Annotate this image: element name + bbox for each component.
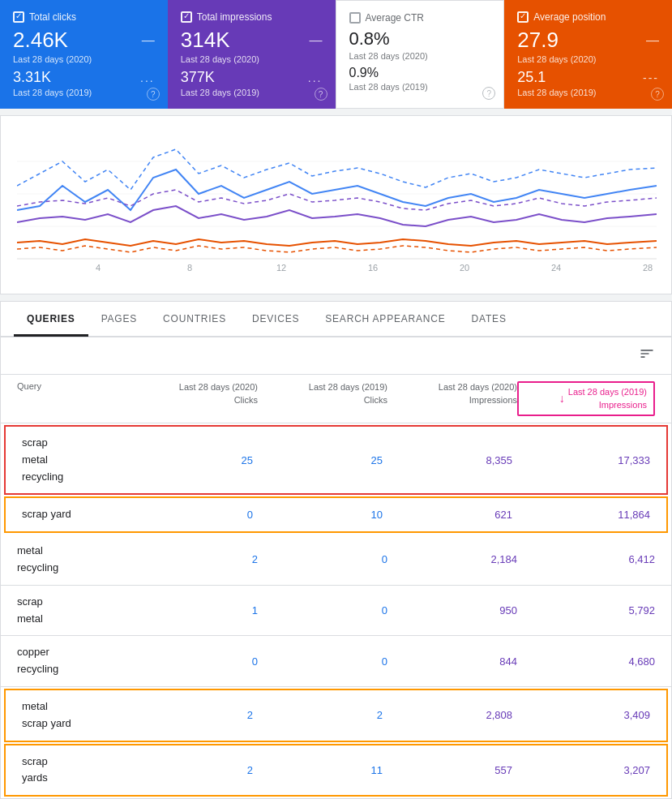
average-ctr-value-2019: 0.9% xyxy=(349,66,379,80)
cell-query: scrapmetalrecycling xyxy=(22,435,123,485)
total-impressions-sub-2020: Last 28 days (2020) xyxy=(181,54,323,64)
th-impressions-2020: Last 28 days (2020)Impressions xyxy=(387,381,517,416)
cell-impressions-2019: 5,792 xyxy=(517,604,655,616)
svg-text:24: 24 xyxy=(551,263,561,273)
average-ctr-value-2020: 0.8% xyxy=(349,28,390,49)
th-clicks-2020: Last 28 days (2020)Clicks xyxy=(128,381,258,416)
average-position-value-2019: 25.1 xyxy=(517,69,546,86)
cell-clicks-2020: 0 xyxy=(128,655,258,668)
metric-total-clicks: Total clicks 2.46K — Last 28 days (2020)… xyxy=(0,0,168,109)
average-position-title: Average position xyxy=(533,11,606,23)
tabs-row: QUERIES PAGES COUNTRIES DEVICES SEARCH A… xyxy=(1,302,671,337)
cell-clicks-2019: 10 xyxy=(253,509,383,521)
table-row: copperrecycling 0 0 844 4,680 xyxy=(1,636,671,687)
total-impressions-dash-2019: ... xyxy=(308,71,323,84)
total-impressions-title: Total impressions xyxy=(197,11,272,23)
cell-impressions-2019: 6,412 xyxy=(517,553,655,565)
cell-impressions-2020: 2,808 xyxy=(383,709,512,721)
average-ctr-title: Average CTR xyxy=(366,12,424,24)
chart-container: 4 8 12 16 20 24 28 xyxy=(0,115,672,294)
average-position-value-2020: 27.9 xyxy=(517,28,559,53)
total-clicks-checkbox[interactable] xyxy=(13,11,24,23)
total-impressions-value-2020: 314K xyxy=(181,28,230,53)
cell-query: scrapmetal xyxy=(17,594,128,628)
filter-icon[interactable] xyxy=(639,346,655,366)
svg-text:8: 8 xyxy=(187,263,192,273)
cell-query: metalrecycling xyxy=(17,543,128,577)
filter-row xyxy=(1,337,671,375)
table-row: scrapyards 2 11 557 3,207 xyxy=(4,744,668,797)
tab-pages[interactable]: PAGES xyxy=(88,302,150,336)
tab-countries[interactable]: COUNTRIES xyxy=(150,302,239,336)
table-container: Query Last 28 days (2020)Clicks Last 28 … xyxy=(0,337,672,799)
tab-search-appearance[interactable]: SEARCH APPEARANCE xyxy=(312,302,458,336)
metric-average-ctr: Average CTR 0.8% Last 28 days (2020) 0.9… xyxy=(336,0,505,109)
cell-clicks-2019: 0 xyxy=(258,553,387,565)
average-ctr-help-icon[interactable]: ? xyxy=(482,87,495,100)
cell-clicks-2019: 0 xyxy=(258,655,387,668)
total-clicks-value-2020: 2.46K xyxy=(13,28,68,53)
tabs-container: QUERIES PAGES COUNTRIES DEVICES SEARCH A… xyxy=(0,301,672,337)
th-impressions-2019: ↓ Last 28 days (2019)Impressions xyxy=(517,381,655,416)
total-impressions-help-icon[interactable]: ? xyxy=(315,88,327,101)
cell-impressions-2020: 557 xyxy=(383,764,512,776)
average-ctr-sub-2020: Last 28 days (2020) xyxy=(349,51,491,61)
cell-clicks-2020: 2 xyxy=(128,553,258,565)
cell-clicks-2019: 25 xyxy=(253,454,383,466)
table-row: scrapmetalrecycling 25 25 8,355 17,333 xyxy=(4,425,668,495)
table-row: metalrecycling 2 0 2,184 6,412 xyxy=(1,535,671,586)
total-clicks-sub-2020: Last 28 days (2020) xyxy=(13,54,155,64)
average-position-dash-2019: --- xyxy=(643,71,659,84)
th-clicks-2019: Last 28 days (2019)Clicks xyxy=(258,381,387,416)
th-query: Query xyxy=(17,381,128,416)
total-impressions-dash-2020: — xyxy=(310,33,323,48)
cell-impressions-2020: 8,355 xyxy=(383,454,512,466)
cell-impressions-2019: 17,333 xyxy=(512,454,650,466)
cell-clicks-2020: 1 xyxy=(128,604,258,616)
table-row: metalscrap yard 2 2 2,808 3,409 xyxy=(4,689,668,742)
total-clicks-title: Total clicks xyxy=(29,11,76,23)
average-position-checkbox[interactable] xyxy=(517,11,529,23)
table-row: scrapmetal 1 0 950 5,792 xyxy=(1,586,671,637)
cell-clicks-2019: 2 xyxy=(253,709,383,721)
tab-dates[interactable]: DATES xyxy=(459,302,520,336)
cell-clicks-2020: 0 xyxy=(123,509,253,521)
average-ctr-checkbox[interactable] xyxy=(349,12,361,24)
cell-impressions-2019: 11,864 xyxy=(512,509,650,521)
table-row: scrap yard 0 10 621 11,864 xyxy=(4,496,668,533)
svg-text:12: 12 xyxy=(276,263,286,273)
table-header: Query Last 28 days (2020)Clicks Last 28 … xyxy=(1,375,671,423)
total-clicks-help-icon[interactable]: ? xyxy=(147,88,160,101)
cell-impressions-2019: 4,680 xyxy=(517,655,655,668)
total-impressions-checkbox[interactable] xyxy=(181,11,192,23)
cell-query: scrapyards xyxy=(22,754,123,788)
cell-query: copperrecycling xyxy=(17,644,128,678)
total-impressions-value-2019: 377K xyxy=(181,69,215,86)
cell-impressions-2019: 3,409 xyxy=(512,709,650,721)
average-position-sub-2020: Last 28 days (2020) xyxy=(517,54,659,64)
cell-clicks-2020: 25 xyxy=(123,454,253,466)
metric-total-impressions: Total impressions 314K — Last 28 days (2… xyxy=(168,0,336,109)
total-clicks-value-2019: 3.31K xyxy=(13,69,51,86)
svg-text:28: 28 xyxy=(643,263,653,273)
tab-devices[interactable]: DEVICES xyxy=(239,302,312,336)
average-position-sub-2019: Last 28 days (2019) xyxy=(517,88,659,97)
cell-impressions-2020: 2,184 xyxy=(387,553,517,565)
average-position-help-icon[interactable]: ? xyxy=(651,88,664,101)
svg-text:4: 4 xyxy=(96,263,101,273)
cell-clicks-2020: 2 xyxy=(123,709,253,721)
line-chart: 4 8 12 16 20 24 28 xyxy=(17,129,657,275)
average-position-dash-2020: — xyxy=(646,33,659,48)
cell-query: metalscrap yard xyxy=(22,698,123,732)
cell-impressions-2020: 844 xyxy=(387,655,517,668)
metric-average-position: Average position 27.9 — Last 28 days (20… xyxy=(504,0,672,109)
cell-clicks-2019: 11 xyxy=(253,764,383,776)
total-impressions-sub-2019: Last 28 days (2019) xyxy=(181,88,323,97)
cell-impressions-2019: 3,207 xyxy=(512,764,650,776)
svg-text:20: 20 xyxy=(460,263,469,273)
svg-text:16: 16 xyxy=(368,263,378,273)
tab-queries[interactable]: QUERIES xyxy=(14,302,88,336)
total-clicks-dash-2020: — xyxy=(142,33,155,48)
cell-clicks-2020: 2 xyxy=(123,764,253,776)
total-clicks-sub-2019: Last 28 days (2019) xyxy=(13,88,155,97)
